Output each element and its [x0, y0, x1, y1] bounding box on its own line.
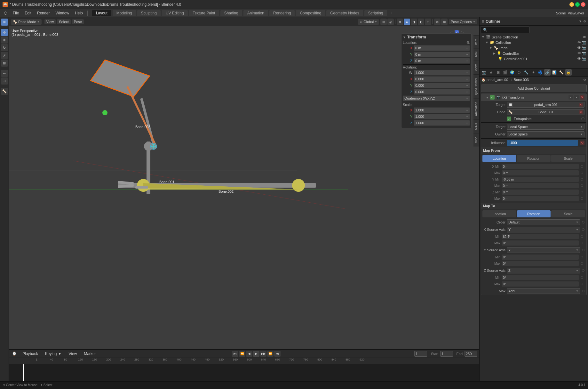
next-frame-btn[interactable]: ▶▶: [260, 351, 266, 357]
scale-z-input[interactable]: 1.000 ↔: [414, 120, 470, 126]
render-icon[interactable]: 📷: [582, 40, 586, 45]
workspace-tab-animation[interactable]: Animation: [243, 10, 268, 16]
workspace-tab-uv-editing[interactable]: UV Editing: [162, 10, 188, 16]
object-mode-icon[interactable]: ⊞: [1, 19, 8, 26]
ymin-dot[interactable]: [581, 178, 583, 181]
loc-x-input[interactable]: 0 m ↔: [414, 45, 470, 51]
influence-slider[interactable]: 1.000: [507, 140, 578, 146]
current-frame-display[interactable]: 1: [414, 351, 427, 357]
xray-icon[interactable]: ⊗: [397, 19, 403, 25]
eye-icon2[interactable]: 👁: [577, 40, 581, 45]
bone-clear-btn[interactable]: ✕: [579, 110, 583, 114]
xmax-input[interactable]: 0 m: [502, 170, 579, 175]
breadcrumb-bone[interactable]: Bone.003: [514, 78, 529, 82]
constraint-props-icon active[interactable]: 🔗: [544, 69, 551, 76]
keying-menu[interactable]: Keying ▼: [43, 351, 64, 357]
proportional-icon[interactable]: ◎: [387, 19, 394, 25]
z-min-to-input[interactable]: 0°: [502, 275, 579, 280]
y-source-dropdown[interactable]: Y ▼: [507, 247, 580, 253]
mix-dropdown[interactable]: Add ▼: [507, 288, 580, 294]
remove-constraint-btn[interactable]: ✕: [580, 95, 584, 100]
pose-options-button[interactable]: Pose Options ▼: [449, 19, 477, 24]
wireframe-preview[interactable]: □: [425, 19, 431, 25]
workspace-tab-texture-paint[interactable]: Texture Paint: [189, 10, 219, 16]
eye-icon5[interactable]: 👁: [577, 57, 581, 61]
bone-dropdown[interactable]: 🦴 Bone.001 ✕: [507, 109, 584, 115]
scale-y-input[interactable]: 1.000 ↔: [414, 114, 470, 119]
order-dot[interactable]: [582, 221, 584, 223]
pose-menu[interactable]: Pose: [72, 19, 84, 24]
zmax-dot[interactable]: [581, 197, 583, 200]
viewport-gizmo-icon[interactable]: ⊞: [441, 19, 448, 25]
zmin-dot[interactable]: [581, 191, 583, 193]
x-source-dot[interactable]: [582, 228, 584, 231]
rot-y-input[interactable]: 0.000 ↔: [414, 83, 470, 88]
particles-props-icon[interactable]: ✦: [530, 69, 536, 76]
mix-dot[interactable]: [582, 290, 584, 292]
physics-props-icon[interactable]: 🌀: [537, 69, 544, 76]
props-options-icon[interactable]: ⚙: [583, 78, 586, 82]
workspace-tab-geometry-nodes[interactable]: Geometry Nodes: [326, 10, 363, 16]
playhead[interactable]: [23, 364, 24, 381]
map-to-location[interactable]: Location: [482, 210, 516, 217]
zmin-input[interactable]: 0 m: [502, 190, 579, 195]
edit-menu[interactable]: Edit: [22, 10, 34, 16]
blender-menu[interactable]: ⬡: [1, 10, 10, 16]
play-btn[interactable]: ▶: [253, 351, 259, 357]
owner-space-dropdown[interactable]: Local Space ▼: [507, 131, 584, 137]
ymax-dot[interactable]: [581, 184, 583, 187]
help-menu[interactable]: Help: [72, 10, 85, 16]
x-min-to-input[interactable]: 62.4°: [502, 234, 579, 239]
z-max-to-dot[interactable]: [581, 283, 583, 285]
n-tab-misc[interactable]: Misc: [473, 133, 479, 147]
loc-z-input[interactable]: 0 m ↔: [414, 58, 470, 64]
file-menu[interactable]: File: [10, 10, 21, 16]
view-menu[interactable]: View: [44, 19, 56, 24]
playback-menu[interactable]: Playback: [20, 351, 41, 357]
breadcrumb-obj[interactable]: pedal_arm.001: [487, 78, 510, 82]
map-from-location[interactable]: Location: [482, 155, 516, 162]
y-min-to-input[interactable]: 0°: [502, 255, 579, 260]
render-icon3[interactable]: 📷: [582, 51, 586, 55]
marker-menu[interactable]: Marker: [81, 351, 98, 357]
z-source-dot[interactable]: [582, 269, 584, 272]
snap-icon[interactable]: ⊞: [380, 19, 387, 25]
coll-arrow[interactable]: ▼: [486, 96, 489, 99]
workspace-tab-sculpting[interactable]: Sculpting: [137, 10, 161, 16]
end-frame-input[interactable]: 250: [465, 351, 477, 357]
bone-constraint-icon[interactable]: 🔒: [565, 69, 572, 76]
x-max-to-input[interactable]: 0°: [502, 240, 579, 246]
x-max-to-dot[interactable]: [581, 242, 583, 244]
prev-frame-btn[interactable]: ◀: [246, 351, 252, 357]
view-menu-timeline[interactable]: View: [66, 351, 80, 357]
move-tool[interactable]: ✥: [1, 36, 8, 44]
z-min-to-dot[interactable]: [581, 276, 583, 279]
world-props-icon[interactable]: 🌍: [509, 69, 515, 76]
timeline-tracks[interactable]: [9, 364, 479, 381]
workspace-tab-scripting[interactable]: Scripting: [364, 10, 387, 16]
rot-z-input[interactable]: 0.000 ↔: [414, 89, 470, 95]
scene-collection-row[interactable]: ▼ 🎬 Scene Collection 👁: [480, 34, 588, 40]
scale-tool[interactable]: ⤢: [1, 52, 8, 59]
jump-fwd-btn[interactable]: ⏩: [267, 351, 274, 357]
transform-tool[interactable]: ⊞: [1, 60, 8, 67]
window-menu[interactable]: Window: [53, 10, 72, 16]
view-layer-props-icon[interactable]: ⊞: [495, 69, 501, 76]
jump-end-btn[interactable]: ⏭: [274, 351, 281, 357]
pivot-dropdown[interactable]: ⊕ Global ▼: [358, 19, 379, 25]
workspace-tab-compositing[interactable]: Compositing: [296, 10, 325, 16]
x-source-dropdown[interactable]: Y ▼: [507, 227, 580, 232]
outliner-search-input[interactable]: [481, 27, 529, 33]
workspace-tab-layout[interactable]: Layout: [92, 10, 111, 16]
ymin-input[interactable]: -0.06 m: [502, 177, 579, 182]
render-icon2[interactable]: 📷: [582, 46, 586, 50]
bone-props-icon[interactable]: 🦴: [558, 69, 565, 76]
eye-icon3[interactable]: 👁: [577, 46, 581, 50]
z-source-dropdown[interactable]: Z ▼: [507, 268, 580, 273]
y-min-to-dot[interactable]: [581, 256, 583, 258]
controlbar001-row[interactable]: 💡 ControlBar.001 👁 📷: [495, 56, 588, 61]
n-tab-view[interactable]: View: [473, 61, 479, 75]
n-tab-quad-render[interactable]: Quad Render: [473, 74, 479, 98]
material-preview[interactable]: ◑: [411, 19, 417, 25]
cam-icon[interactable]: 📷: [496, 95, 501, 100]
